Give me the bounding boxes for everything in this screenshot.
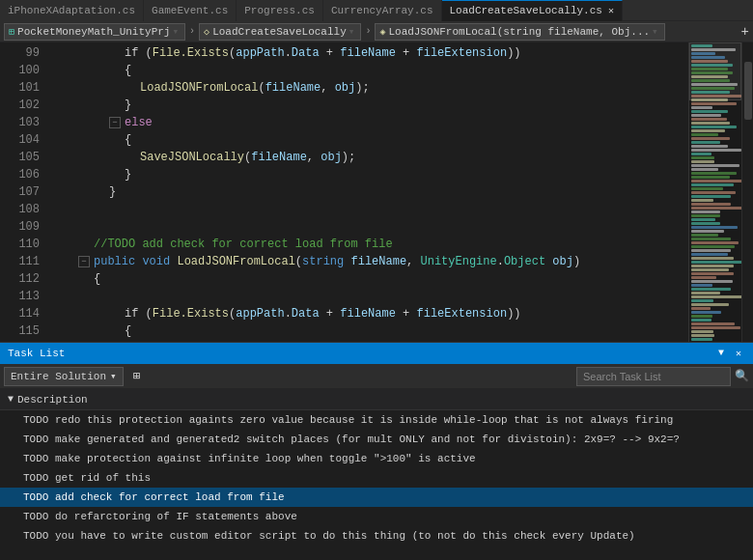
line-number: 113 xyxy=(0,288,40,305)
split-editor-icon[interactable]: + xyxy=(741,24,749,40)
minimap-line xyxy=(691,75,728,78)
minimap-line xyxy=(691,245,735,248)
line-number: 115 xyxy=(0,322,40,340)
minimap-line xyxy=(691,272,734,275)
line-number: 107 xyxy=(0,183,40,201)
task-item[interactable]: TODO you have to write custom editor scr… xyxy=(0,526,753,546)
breadcrumb-sep1: › xyxy=(189,26,195,37)
minimap-line xyxy=(691,91,730,94)
minimap-line xyxy=(691,253,728,256)
tab-gameevent[interactable]: GameEvent.cs xyxy=(144,0,237,21)
minimap-line xyxy=(691,330,713,333)
line-number: 99 xyxy=(0,44,40,62)
fold-button[interactable]: − xyxy=(109,117,121,128)
minimap-line xyxy=(691,191,736,194)
search-icon[interactable]: 🔍 xyxy=(735,369,749,383)
minimap-line xyxy=(691,230,724,233)
minimap-line xyxy=(691,210,720,213)
minimap-line xyxy=(691,203,731,206)
task-toolbar: Entire Solution ▾ ⊞ 🔍 xyxy=(0,364,753,389)
close-tab-icon[interactable]: ✕ xyxy=(608,5,614,16)
scrollbar-thumb[interactable] xyxy=(744,62,752,120)
task-item[interactable]: TODO make generated and generated2 switc… xyxy=(0,430,753,449)
breadcrumb-project[interactable]: ⊞ PocketMoneyMath_UnityPrj ▾ xyxy=(4,23,185,41)
minimap-line xyxy=(691,199,713,202)
task-column-header: ▼ Description xyxy=(0,389,753,410)
minimap-line xyxy=(691,172,737,175)
minimap-line xyxy=(691,280,733,283)
column-toggle-icon[interactable]: ▼ xyxy=(8,394,14,405)
minimap-line xyxy=(691,234,718,237)
editor-scrollbar[interactable] xyxy=(741,42,753,342)
minimap-line xyxy=(691,195,731,198)
minimap-line xyxy=(691,226,738,229)
minimap-line xyxy=(691,222,720,225)
minimap-line xyxy=(691,322,735,325)
minimap-line xyxy=(691,299,713,302)
tab-iphonex[interactable]: iPhoneXAdaptation.cs xyxy=(0,0,144,21)
scope-dropdown[interactable]: Entire Solution ▾ xyxy=(4,367,124,386)
minimap-line xyxy=(691,48,736,51)
minimap-line xyxy=(691,133,718,136)
task-items-list: TODO redo this protection againts zero v… xyxy=(0,410,753,546)
breadcrumb-file[interactable]: ◇ LoadCreateSaveLocally ▾ xyxy=(199,23,361,41)
code-text: { xyxy=(125,62,131,79)
code-line: { xyxy=(47,131,688,149)
minimap-line xyxy=(691,241,739,244)
task-item[interactable]: TODO make protection against infinite lo… xyxy=(0,449,753,468)
code-line: } xyxy=(47,97,688,114)
columns-icon: ⊞ xyxy=(133,369,140,383)
minimap-line xyxy=(691,295,741,298)
tab-progress[interactable]: Progress.cs xyxy=(237,0,323,21)
editor-area: 9910010110210310410510610710810911011111… xyxy=(0,42,753,342)
task-item[interactable]: TODO redo this protection againts zero v… xyxy=(0,410,753,430)
minimap-line xyxy=(691,60,728,63)
toolbar-columns-btn[interactable]: ⊞ xyxy=(127,367,147,386)
minimap-line xyxy=(691,118,727,121)
panel-dropdown-btn[interactable]: ▼ xyxy=(714,347,728,360)
line-number: 106 xyxy=(0,166,40,183)
minimap-line xyxy=(691,218,715,221)
code-text: //TODO add check for correct load from f… xyxy=(94,236,393,253)
code-line: { xyxy=(47,62,688,79)
minimap-line xyxy=(691,126,737,128)
task-item[interactable]: TODO add check for correct load from fil… xyxy=(0,488,753,507)
tab-bar: iPhoneXAdaptation.cs GameEvent.cs Progre… xyxy=(0,0,753,21)
line-number: 116 xyxy=(0,340,40,342)
fold-button[interactable]: − xyxy=(78,256,90,267)
code-text: } xyxy=(109,183,116,201)
minimap-line xyxy=(691,187,723,190)
task-panel-controls: ▼ ✕ xyxy=(714,347,745,360)
minimap-line xyxy=(691,52,715,55)
breadcrumb-method[interactable]: ◈ LoadJSONFromLocal(string fileName, Obj… xyxy=(375,23,664,41)
minimap-line xyxy=(691,288,731,291)
code-text: public void LoadJSONFromLocal(string fil… xyxy=(94,253,580,270)
task-item[interactable]: TODO do refarctoring of IF statements ab… xyxy=(0,507,753,526)
minimap-line xyxy=(691,284,712,287)
search-input[interactable] xyxy=(576,367,731,386)
code-line xyxy=(47,288,688,305)
task-item[interactable]: TODO get rid of this xyxy=(0,468,753,488)
minimap-line xyxy=(691,68,728,70)
task-panel-header: Task List ▼ ✕ xyxy=(0,343,753,364)
minimap-line xyxy=(691,315,712,318)
minimap-line xyxy=(691,110,728,113)
minimap xyxy=(688,42,741,342)
minimap-line xyxy=(691,83,738,86)
code-line: −else xyxy=(47,114,688,131)
panel-close-btn[interactable]: ✕ xyxy=(732,347,745,360)
tab-loadsave[interactable]: LoadCreateSaveLocally.cs ✕ xyxy=(442,0,623,21)
line-number: 102 xyxy=(0,97,40,114)
minimap-line xyxy=(691,137,730,140)
code-text: { xyxy=(125,322,131,340)
code-text: LoadJSONFromLocal(fileName, obj); xyxy=(140,79,370,97)
search-area: 🔍 xyxy=(151,367,749,386)
minimap-line xyxy=(691,319,711,322)
task-panel-title: Task List xyxy=(8,348,714,359)
tab-currencyarray[interactable]: CurrencyArray.cs xyxy=(323,0,442,21)
minimap-line xyxy=(691,87,735,90)
minimap-line xyxy=(691,214,720,217)
code-line: } xyxy=(47,183,688,201)
minimap-line xyxy=(691,238,731,240)
code-content[interactable]: if (File.Exists(appPath.Data + fileName … xyxy=(43,42,688,342)
